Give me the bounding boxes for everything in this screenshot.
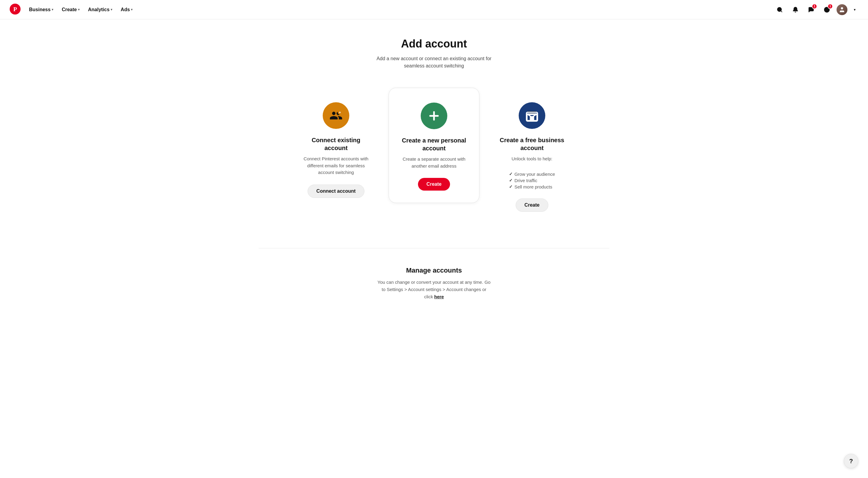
nav-item-analytics[interactable]: Analytics ▾ <box>84 4 116 15</box>
navbar: P Business ▾ Create ▾ Analytics ▾ Ads ▾ <box>0 0 868 19</box>
card-create-business: Create a free business account Unlock to… <box>487 88 577 224</box>
create-business-icon <box>519 102 545 129</box>
manage-title: Manage accounts <box>258 267 610 274</box>
create-business-intro: Unlock tools to help: <box>512 155 552 162</box>
connect-icon: + <box>323 102 349 129</box>
business-checklist: ✓ Grow your audience ✓ Drive traffic ✓ S… <box>509 171 555 190</box>
alerts-badge: 1 <box>828 4 833 9</box>
check-icon-2: ✓ <box>509 178 513 183</box>
pinterest-logo[interactable]: P <box>10 4 21 16</box>
nav-left: P Business ▾ Create ▾ Analytics ▾ Ads ▾ <box>10 4 136 16</box>
page-header: Add account Add a new account or connect… <box>258 37 610 69</box>
alerts-button[interactable]: 1 <box>821 4 833 16</box>
help-button[interactable]: ? <box>844 454 858 468</box>
svg-line-3 <box>781 10 782 12</box>
manage-section: Manage accounts You can change or conver… <box>258 248 610 300</box>
card-connect-existing: + Connect existing account Connect Pinte… <box>291 88 381 210</box>
avatar[interactable] <box>837 4 847 15</box>
connect-existing-title: Connect existing account <box>302 136 371 152</box>
card-create-personal: Create a new personal account Create a s… <box>389 88 479 203</box>
checklist-item-1: ✓ Grow your audience <box>509 171 555 177</box>
nav-right: 1 1 ▾ <box>774 4 858 16</box>
svg-point-7 <box>841 7 843 9</box>
messages-button[interactable]: 1 <box>805 4 817 16</box>
chevron-down-icon: ▾ <box>52 8 53 11</box>
connect-account-button[interactable]: Connect account <box>308 184 365 198</box>
checklist-item-2: ✓ Drive traffic <box>509 177 555 184</box>
search-button[interactable] <box>774 4 786 16</box>
manage-desc: You can change or convert your account a… <box>258 279 610 300</box>
svg-text:P: P <box>13 5 17 12</box>
create-personal-icon <box>421 102 447 129</box>
check-icon-3: ✓ <box>509 184 513 189</box>
notifications-button[interactable] <box>789 4 802 16</box>
chevron-down-icon: ▾ <box>111 8 112 11</box>
page-title: Add account <box>258 37 610 50</box>
connect-existing-desc: Connect Pinterest accounts with differen… <box>302 155 371 176</box>
create-business-title: Create a free business account <box>497 136 566 152</box>
svg-rect-15 <box>530 116 534 121</box>
main-content: Add account Add a new account or connect… <box>252 19 616 325</box>
create-business-button[interactable]: Create <box>516 199 548 212</box>
profile-chevron-button[interactable]: ▾ <box>851 6 858 13</box>
messages-badge: 1 <box>812 4 817 9</box>
checklist-item-3: ✓ Sell more products <box>509 184 555 190</box>
check-icon-1: ✓ <box>509 172 513 176</box>
create-personal-title: Create a new personal account <box>400 137 468 152</box>
chevron-down-icon: ▾ <box>131 8 132 11</box>
nav-item-business[interactable]: Business ▾ <box>25 4 57 15</box>
page-subtitle: Add a new account or connect an existing… <box>258 55 610 69</box>
chevron-down-icon: ▾ <box>78 8 80 11</box>
manage-here-link[interactable]: here <box>434 294 444 299</box>
cards-row: + Connect existing account Connect Pinte… <box>258 88 610 224</box>
nav-item-create[interactable]: Create ▾ <box>58 4 83 15</box>
create-personal-button[interactable]: Create <box>418 178 450 190</box>
create-personal-desc: Create a separate account with another e… <box>400 156 468 170</box>
svg-text:+: + <box>339 110 341 115</box>
nav-items: Business ▾ Create ▾ Analytics ▾ Ads ▾ <box>25 4 136 15</box>
nav-item-ads[interactable]: Ads ▾ <box>117 4 136 15</box>
